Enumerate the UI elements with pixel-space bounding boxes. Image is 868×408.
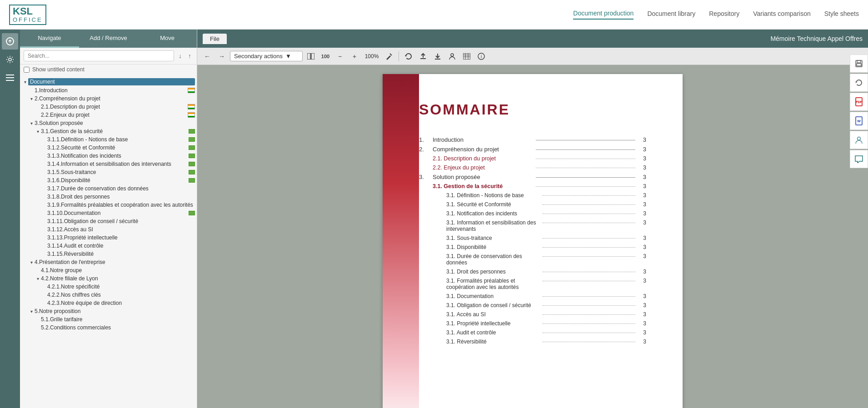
tree-item-grille-tarifaire[interactable]: 5.1.Grille tarifaire bbox=[20, 315, 197, 323]
tab-add-remove[interactable]: Add / Remove bbox=[79, 30, 138, 48]
nav-repository[interactable]: Repository bbox=[709, 10, 739, 19]
upload-button[interactable] bbox=[417, 50, 429, 63]
logo-box: KSL OFFICE bbox=[9, 5, 46, 25]
flag-icon-green bbox=[189, 137, 195, 142]
chat-float-button[interactable] bbox=[850, 150, 868, 168]
toc-sub-dispo: 3.1. Disponibilité 3 bbox=[419, 244, 646, 250]
table-button[interactable] bbox=[460, 50, 473, 63]
tree-item-solution[interactable]: ▾3.Solution proposée bbox=[20, 119, 197, 127]
tree-item-gestion-sec[interactable]: ▾3.1.Gestion de la sécurité bbox=[20, 127, 197, 135]
zoom-out-button[interactable]: − bbox=[334, 50, 346, 63]
tree-item-droit-personnes[interactable]: 3.1.8.Droit des personnes bbox=[20, 193, 197, 201]
logo: KSL OFFICE bbox=[9, 5, 50, 25]
forward-button[interactable]: → bbox=[215, 50, 228, 63]
settings-button[interactable] bbox=[2, 51, 18, 68]
toc-page: 3 bbox=[639, 320, 646, 327]
toc-label: 3.1. Gestion de la sécurité bbox=[433, 183, 532, 189]
toc-dots bbox=[543, 238, 635, 239]
sort-desc-button[interactable]: ↓ bbox=[177, 51, 184, 60]
tree-item-label: 3.1.5.Sous-traitance bbox=[47, 169, 187, 175]
show-untitled-checkbox[interactable] bbox=[24, 67, 30, 73]
tree-expander[interactable]: ▾ bbox=[28, 120, 35, 126]
fit-width-button[interactable]: 100 bbox=[319, 50, 332, 63]
columns-button[interactable] bbox=[304, 50, 317, 63]
flag-icon-green bbox=[189, 211, 195, 215]
tree-item-enjeux[interactable]: 2.2.Enjeux du projet bbox=[20, 111, 197, 119]
tree-item-document[interactable]: ▾Document bbox=[20, 77, 197, 86]
refresh-float-button[interactable] bbox=[850, 74, 868, 92]
toc-label: 3.1. Réversibilité bbox=[446, 338, 539, 345]
tree-item-information[interactable]: 3.1.4.Information et sensibilisation des… bbox=[20, 160, 197, 168]
tree-item-comprehension[interactable]: ▾2.Compréhension du projet bbox=[20, 95, 197, 103]
tree-item-specificite[interactable]: 4.2.1.Notre spécificité bbox=[20, 283, 197, 291]
toc-dots bbox=[543, 256, 635, 257]
tree-item-description[interactable]: 2.1.Description du projet bbox=[20, 103, 197, 111]
tree-item-disponibilite[interactable]: 3.1.6.Disponibilité bbox=[20, 176, 197, 184]
secondary-actions-dropdown[interactable]: Secondary actions ▼ bbox=[230, 51, 303, 61]
person-button[interactable] bbox=[446, 50, 459, 63]
tree-item-obligation[interactable]: 3.1.11.Obligation de conseil / sécurité bbox=[20, 217, 197, 225]
tree-expander[interactable]: ▾ bbox=[28, 95, 35, 102]
tree-item-sous-traitance[interactable]: 3.1.5.Sous-traitance bbox=[20, 168, 197, 176]
person-float-button[interactable] bbox=[850, 131, 868, 149]
tree-item-documentation[interactable]: 3.1.10.Documentation bbox=[20, 209, 197, 217]
word-float-button[interactable]: W bbox=[850, 112, 868, 130]
toc-entry-2-2: 2.2. Enjeux du projet 3 bbox=[419, 164, 646, 171]
toc-label: 3.1. Documentation bbox=[446, 293, 539, 299]
tree-expander[interactable]: ▾ bbox=[22, 79, 28, 85]
tree-item-filiale-lyon[interactable]: ▾4.2.Notre filiale de Lyon bbox=[20, 274, 197, 283]
tab-move[interactable]: Move bbox=[138, 30, 197, 48]
tree-item-notre-proposition[interactable]: ▾5.Notre proposition bbox=[20, 307, 197, 315]
tree-item-presentation[interactable]: ▾4.Présentation de l'entreprise bbox=[20, 258, 197, 266]
tree-item-audit[interactable]: 3.1.14.Audit et contrôle bbox=[20, 242, 197, 250]
tree-item-duree-conservation[interactable]: 3.1.7.Durée de conservation des données bbox=[20, 184, 197, 193]
tree-expander[interactable]: ▾ bbox=[35, 275, 41, 282]
tree-item-label: 3.1.14.Audit et contrôle bbox=[47, 243, 195, 249]
tree-item-definition[interactable]: 3.1.1.Définition - Notions de base bbox=[20, 135, 197, 144]
tree-expander[interactable]: ▾ bbox=[28, 308, 35, 314]
document-page: SOMMAIRE 1. Introduction 3 2. Compréhens… bbox=[383, 74, 683, 408]
sort-asc-button[interactable]: ↑ bbox=[186, 51, 193, 60]
tree-item-label: 3.1.9.Formalités préalables et coopérati… bbox=[47, 202, 195, 208]
tree-item-notification[interactable]: 3.1.3.Notification des incidents bbox=[20, 152, 197, 160]
tree-item-label: 3.1.7.Durée de conservation des données bbox=[47, 185, 195, 192]
save-float-button[interactable] bbox=[850, 55, 868, 73]
info-button[interactable]: i bbox=[475, 50, 488, 63]
tree-expander[interactable]: ▾ bbox=[35, 128, 41, 134]
tree-item-equipe-direction[interactable]: 4.2.3.Notre équipe de direction bbox=[20, 299, 197, 307]
tree-item-conditions-commerciales[interactable]: 5.2.Conditions commerciales bbox=[20, 323, 197, 332]
pdf-float-button[interactable]: PDF bbox=[850, 93, 868, 111]
tree-item-chiffres-cles[interactable]: 4.2.2.Nos chiffres clés bbox=[20, 291, 197, 299]
tree-item-label: 3.Solution proposée bbox=[35, 120, 195, 126]
wand-button[interactable] bbox=[383, 50, 395, 63]
file-tab[interactable]: File bbox=[203, 34, 227, 44]
tree-item-reversibilite[interactable]: 3.1.15.Réversibilité bbox=[20, 250, 197, 258]
nav-style-sheets[interactable]: Style sheets bbox=[824, 10, 859, 19]
flag-icon-green bbox=[189, 154, 195, 158]
refresh-content-button[interactable] bbox=[402, 50, 415, 63]
tree-item-intro[interactable]: 1.Introduction bbox=[20, 86, 197, 95]
back-button[interactable]: ← bbox=[201, 50, 214, 63]
tree-item-acces-si[interactable]: 3.1.12.Accès au SI bbox=[20, 225, 197, 234]
download-button[interactable] bbox=[431, 50, 444, 63]
tab-navigate[interactable]: Navigate bbox=[20, 30, 79, 48]
list-view-button[interactable] bbox=[2, 70, 18, 86]
toc-sub-formal: 3.1. Formalités préalables et coopératio… bbox=[419, 278, 646, 290]
toc-sub-def: 3.1. Définition - Notions de base 3 bbox=[419, 192, 646, 199]
svg-point-25 bbox=[858, 137, 861, 140]
nav-variants-comparison[interactable]: Variants comparison bbox=[753, 10, 811, 19]
zoom-in-button[interactable]: + bbox=[348, 50, 361, 63]
nav-toggle-button[interactable] bbox=[2, 33, 18, 50]
toc-label: 3.1. Durée de conservation des données bbox=[446, 253, 539, 266]
tree-expander[interactable]: ▾ bbox=[28, 259, 35, 265]
tree-item-propriete[interactable]: 3.1.13.Propriété intellectuelle bbox=[20, 234, 197, 242]
tree-item-notre-groupe[interactable]: 4.1.Notre groupe bbox=[20, 266, 197, 274]
tree-item-formalites[interactable]: 3.1.9.Formalités préalables et coopérati… bbox=[20, 201, 197, 209]
nav-doc-library[interactable]: Document library bbox=[647, 10, 695, 19]
toc-label: 3.1. Formalités préalables et coopératio… bbox=[446, 278, 539, 290]
document-viewer[interactable]: SOMMAIRE 1. Introduction 3 2. Compréhens… bbox=[197, 65, 868, 408]
toc-dots bbox=[536, 168, 635, 168]
tree-item-securite[interactable]: 3.1.2.Sécurité et Conformité bbox=[20, 144, 197, 152]
search-input[interactable] bbox=[24, 50, 174, 61]
nav-doc-production[interactable]: Document production bbox=[573, 10, 634, 20]
